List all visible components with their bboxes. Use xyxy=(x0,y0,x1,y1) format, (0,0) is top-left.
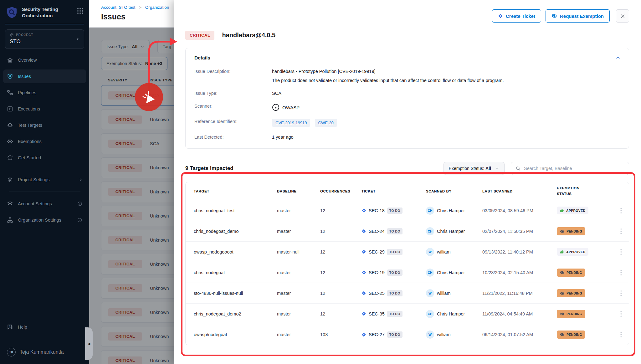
scanned-by-name: william xyxy=(437,249,451,254)
ticket-cell[interactable]: SEC-29 TO DO xyxy=(362,249,426,255)
create-ticket-button[interactable]: Create Ticket xyxy=(492,9,541,23)
column-header-ticket: TICKET xyxy=(362,189,426,193)
chevron-down-icon xyxy=(495,167,499,170)
breadcrumb-account-link[interactable]: Account: STO test xyxy=(101,5,135,10)
row-menu-kebab-icon[interactable] xyxy=(616,331,626,338)
user-name: Teja Kummarikuntla xyxy=(20,349,64,355)
project-selector[interactable]: PROJECT STO xyxy=(5,29,84,49)
breadcrumb-organization-link[interactable]: Organization xyxy=(145,5,169,10)
target-row[interactable]: chris_nodegoat master 12 SEC-19 TO DO CH… xyxy=(186,262,629,283)
breadcrumb-separator: > xyxy=(139,5,141,10)
avatar: W xyxy=(426,331,434,339)
target-row[interactable]: sto-4836-null-issues-null master 12 SEC-… xyxy=(186,283,629,304)
chevron-right-icon xyxy=(75,37,79,41)
targets-table-body: chris_nodegoat_test master 12 SEC-18 TO … xyxy=(186,200,629,345)
chevron-right-icon xyxy=(79,178,82,182)
target-row[interactable]: chris_nodegoat_demo master 12 SEC-24 TO … xyxy=(186,221,629,242)
status-label: PENDING xyxy=(567,312,582,316)
close-icon xyxy=(620,14,625,18)
target-row[interactable]: owasp/nodegoat master 108 SEC-27 TO DO W… xyxy=(186,324,629,345)
project-label: PROJECT xyxy=(16,33,33,37)
sidebar-collapse-handle[interactable]: ◀ xyxy=(85,327,93,360)
status-badge: APPROVED xyxy=(557,207,588,214)
sidebar-item-issues[interactable]: Issues xyxy=(3,69,86,83)
sidebar-item-exemptions[interactable]: Exemptions xyxy=(3,135,86,148)
status-badge: APPROVED xyxy=(557,248,588,256)
sidebar-item-organization-settings[interactable]: Organization Settings xyxy=(3,213,86,227)
sidebar-item-label: Test Targets xyxy=(18,123,42,128)
project-name: STO xyxy=(10,38,75,45)
severity-badge: CRITICAL xyxy=(185,31,214,40)
request-exemption-button[interactable]: Request Exemption xyxy=(546,9,610,23)
eye-slash-icon xyxy=(551,13,557,19)
jira-diamond-icon xyxy=(362,208,366,213)
scanned-by-cell: CH Chris Hamper xyxy=(426,269,482,277)
row-menu-kebab-icon[interactable] xyxy=(616,228,626,234)
scanned-by-cell: W william xyxy=(426,248,482,256)
user-profile[interactable]: TK Teja Kummarikuntla xyxy=(3,345,86,359)
avatar: CH xyxy=(426,207,434,215)
sidebar-item-test-targets[interactable]: Test Targets xyxy=(3,118,86,132)
detail-label: Last Detected: xyxy=(194,135,272,140)
target-row[interactable]: chris_nodegoat_demo2 master 12 SEC-35 TO… xyxy=(186,304,629,324)
cwe-chip[interactable]: CWE-20 xyxy=(315,119,337,127)
row-menu-kebab-icon[interactable] xyxy=(616,290,626,296)
occurrences-cell: 12 xyxy=(320,270,362,275)
status-badge: PENDING xyxy=(557,289,585,297)
issue-description-value: handlebars - Prototype Pollution [CVE-20… xyxy=(272,69,620,83)
scanner-owasp-icon xyxy=(272,104,279,111)
column-header-occurrences: OCCURRENCES xyxy=(320,189,362,193)
avatar: CH xyxy=(426,269,434,277)
sidebar-item-overview[interactable]: Overview xyxy=(3,53,86,67)
row-menu-kebab-icon[interactable] xyxy=(616,208,626,214)
scanned-by-name: Chris Hamper xyxy=(437,270,465,275)
status-label: APPROVED xyxy=(566,209,585,213)
exemption-status-dropdown[interactable]: Exemption Status: All xyxy=(444,162,505,175)
search-input[interactable] xyxy=(524,166,624,171)
sidebar-item-executions[interactable]: Executions xyxy=(3,102,86,116)
ticket-cell[interactable]: SEC-18 TO DO xyxy=(362,208,426,214)
sidebar-divider xyxy=(9,192,80,192)
target-row[interactable]: owasp_nodegoooot master-null 12 SEC-29 T… xyxy=(186,242,629,262)
target-name: owasp_nodegoooot xyxy=(194,249,277,254)
ticket-id: SEC-29 xyxy=(369,249,385,254)
ticket-cell[interactable]: SEC-24 TO DO xyxy=(362,228,426,234)
sidebar-item-pipelines[interactable]: Pipelines xyxy=(3,86,86,100)
ticket-cell[interactable]: SEC-35 TO DO xyxy=(362,311,426,317)
row-menu-kebab-icon[interactable] xyxy=(616,311,626,317)
target-name: owasp/nodegoat xyxy=(194,332,277,337)
help-chat-icon: ? xyxy=(7,324,13,330)
sidebar-item-account-settings[interactable]: Account Settings xyxy=(3,197,86,211)
pipelines-icon xyxy=(7,90,13,96)
ticket-cell[interactable]: SEC-19 TO DO xyxy=(362,269,426,276)
ticket-id: SEC-27 xyxy=(369,332,385,337)
eye-slash-icon xyxy=(560,332,564,337)
occurrences-cell: 12 xyxy=(320,311,362,316)
exemption-status-cell: PENDING xyxy=(557,269,606,277)
ticket-cell[interactable]: SEC-27 TO DO xyxy=(362,331,426,338)
sidebar-item-get-started[interactable]: Get Started xyxy=(3,151,86,165)
cve-chip[interactable]: CVE-2019-19919 xyxy=(272,119,310,127)
baseline-cell: master xyxy=(277,332,320,337)
sidebar-accent-rule xyxy=(5,24,84,24)
status-label: PENDING xyxy=(567,271,582,274)
eye-slash-icon xyxy=(560,291,564,295)
column-header-target: TARGET xyxy=(194,189,277,193)
app-switcher-grid-icon[interactable] xyxy=(77,8,84,14)
collapse-section-chevron-icon[interactable] xyxy=(615,55,621,60)
baseline-cell: master xyxy=(277,229,320,234)
ticket-cell[interactable]: SEC-25 TO DO xyxy=(362,290,426,296)
jira-diamond-icon xyxy=(362,229,366,233)
sidebar-item-help[interactable]: ? Help xyxy=(3,320,86,334)
row-menu-kebab-icon[interactable] xyxy=(616,249,626,255)
status-badge: PENDING xyxy=(557,331,585,339)
last-scanned-cell: 11/21/2022, 11:16:48 PM xyxy=(482,291,557,296)
eye-slash-icon xyxy=(560,270,564,275)
close-drawer-button[interactable] xyxy=(616,9,629,23)
exemption-status-cell: PENDING xyxy=(557,310,606,318)
sidebar-item-project-settings[interactable]: Project Settings xyxy=(3,173,86,187)
target-row[interactable]: chris_nodegoat_test master 12 SEC-18 TO … xyxy=(186,200,629,221)
eye-slash-icon xyxy=(560,229,564,233)
status-label: PENDING xyxy=(567,229,582,233)
row-menu-kebab-icon[interactable] xyxy=(616,269,626,276)
